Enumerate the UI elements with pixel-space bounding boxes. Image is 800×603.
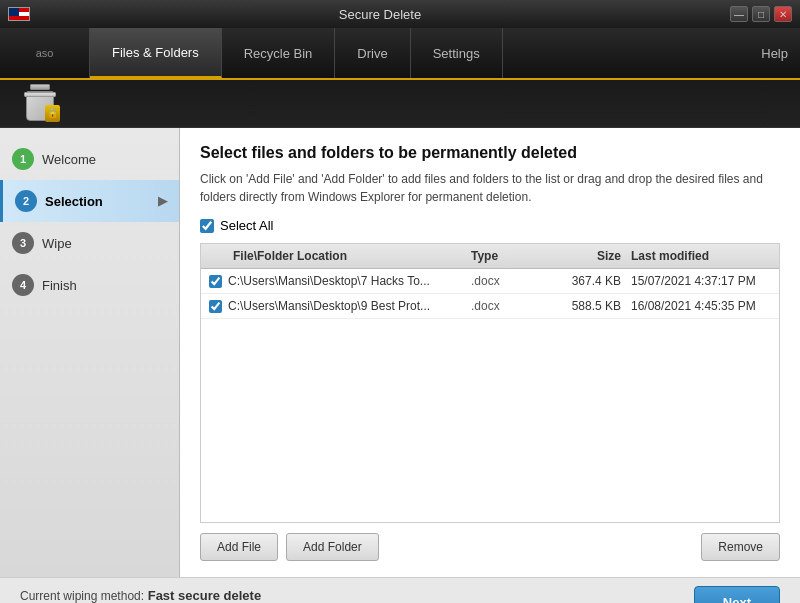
add-folder-button[interactable]: Add Folder: [286, 533, 379, 561]
file-size-2: 588.5 KB: [541, 299, 631, 313]
header-type: Type: [471, 249, 541, 263]
sidebar-label-selection: Selection: [45, 194, 103, 209]
file-location-2: C:\Users\Mansi\Desktop\9 Best Prot...: [228, 299, 471, 313]
file-modified-2: 16/08/2021 4:45:35 PM: [631, 299, 771, 313]
nav-tabs: Files & Folders Recycle Bin Drive Settin…: [90, 28, 749, 78]
file-modified-1: 15/07/2021 4:37:17 PM: [631, 274, 771, 288]
content-title: Select files and folders to be permanent…: [200, 144, 780, 162]
table-header: File\Folder Location Type Size Last modi…: [201, 244, 779, 269]
wipe-bar: Current wiping method: Fast secure delet…: [0, 577, 800, 603]
file-checkbox-1[interactable]: [209, 275, 222, 288]
tab-drive[interactable]: Drive: [335, 28, 410, 78]
next-button[interactable]: Next: [694, 586, 780, 603]
sidebar-label-wipe: Wipe: [42, 236, 72, 251]
app-icon: 🔒: [10, 80, 70, 128]
wipe-method-value: Fast secure delete: [148, 588, 261, 603]
tab-files-folders[interactable]: Files & Folders: [90, 28, 222, 78]
remove-button[interactable]: Remove: [701, 533, 780, 561]
maximize-button[interactable]: □: [752, 6, 770, 22]
file-checkbox-2[interactable]: [209, 300, 222, 313]
wipe-label: Current wiping method:: [20, 589, 144, 603]
content-area: Select files and folders to be permanent…: [180, 128, 800, 577]
nav-logo: aso: [0, 28, 90, 78]
minimize-button[interactable]: —: [730, 6, 748, 22]
title-bar: Secure Delete — □ ✕: [0, 0, 800, 28]
add-file-button[interactable]: Add File: [200, 533, 278, 561]
wipe-info: Current wiping method: Fast secure delet…: [20, 588, 261, 603]
tab-settings[interactable]: Settings: [411, 28, 503, 78]
step-circle-4: 4: [12, 274, 34, 296]
step-circle-2: 2: [15, 190, 37, 212]
bottom-buttons: Add File Add Folder Remove: [200, 533, 780, 561]
select-all-row: Select All: [200, 218, 780, 233]
file-location-1: C:\Users\Mansi\Desktop\7 Hacks To...: [228, 274, 471, 288]
chevron-right-icon: ▶: [158, 194, 167, 208]
file-table: File\Folder Location Type Size Last modi…: [200, 243, 780, 523]
file-size-1: 367.4 KB: [541, 274, 631, 288]
step-circle-1: 1: [12, 148, 34, 170]
select-all-checkbox[interactable]: [200, 219, 214, 233]
title-bar-title: Secure Delete: [30, 7, 730, 22]
sidebar-item-finish[interactable]: 4 Finish: [0, 264, 179, 306]
table-row: C:\Users\Mansi\Desktop\7 Hacks To... .do…: [201, 269, 779, 294]
file-type-2: .docx: [471, 299, 541, 313]
main-layout: 1 Welcome 2 Selection ▶ 3 Wipe 4 Finish …: [0, 128, 800, 577]
icon-area: 🔒: [0, 80, 800, 128]
sidebar-item-selection[interactable]: 2 Selection ▶: [0, 180, 179, 222]
close-button[interactable]: ✕: [774, 6, 792, 22]
sidebar-label-finish: Finish: [42, 278, 77, 293]
table-row: C:\Users\Mansi\Desktop\9 Best Prot... .d…: [201, 294, 779, 319]
header-location: File\Folder Location: [233, 249, 471, 263]
help-button[interactable]: Help: [749, 28, 800, 78]
select-all-label: Select All: [220, 218, 273, 233]
trash-icon: 🔒: [22, 84, 58, 124]
nav-bar: aso Files & Folders Recycle Bin Drive Se…: [0, 28, 800, 80]
file-type-1: .docx: [471, 274, 541, 288]
sidebar-item-wipe[interactable]: 3 Wipe: [0, 222, 179, 264]
header-size: Size: [541, 249, 631, 263]
header-modified: Last modified: [631, 249, 771, 263]
tab-recycle-bin[interactable]: Recycle Bin: [222, 28, 336, 78]
title-bar-controls: — □ ✕: [730, 6, 792, 22]
sidebar: 1 Welcome 2 Selection ▶ 3 Wipe 4 Finish: [0, 128, 180, 577]
flag-icon: [8, 7, 30, 21]
sidebar-item-welcome[interactable]: 1 Welcome: [0, 138, 179, 180]
content-description: Click on 'Add File' and 'Add Folder' to …: [200, 170, 780, 206]
sidebar-label-welcome: Welcome: [42, 152, 96, 167]
title-bar-left: [8, 7, 30, 21]
step-circle-3: 3: [12, 232, 34, 254]
